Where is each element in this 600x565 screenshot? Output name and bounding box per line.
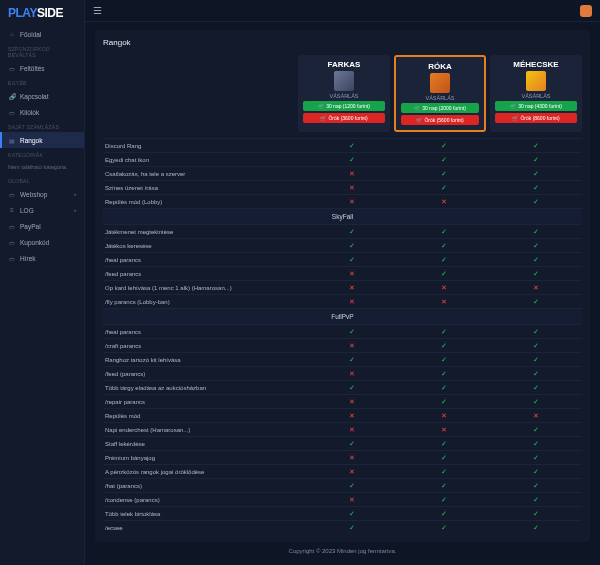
feature-label: /hat (parancs) bbox=[103, 480, 306, 492]
nav-log[interactable]: ≡LOG› bbox=[0, 202, 84, 218]
cross-icon: ✕ bbox=[441, 284, 447, 291]
feature-cell: ✓ bbox=[398, 170, 490, 178]
feature-label: /ecsee bbox=[103, 522, 306, 534]
cart-icon: 🛒 bbox=[512, 115, 518, 121]
feature-cell: ✓ bbox=[490, 184, 582, 192]
feature-cell: ✓ bbox=[490, 356, 582, 364]
feature-label: Játékos keresése bbox=[103, 240, 306, 252]
rank-image bbox=[334, 71, 354, 91]
feature-label: Csatlakozás, ha tele a szerver bbox=[103, 168, 306, 180]
feature-row: Több telek birtoklása✓✓✓ bbox=[103, 506, 582, 520]
paypal-icon: ▭ bbox=[8, 222, 16, 230]
cross-icon: ✕ bbox=[441, 412, 447, 419]
check-icon: ✓ bbox=[441, 328, 447, 335]
feature-cell: ✓ bbox=[490, 342, 582, 350]
feature-label: Több tárgy eladása az aukciósházban bbox=[103, 382, 306, 394]
feature-cell: ✓ bbox=[306, 384, 398, 392]
check-icon: ✓ bbox=[533, 356, 539, 363]
feature-cell: ✕ bbox=[306, 426, 398, 434]
feature-row: Több tárgy eladása az aukciósházban✓✓✓ bbox=[103, 380, 582, 394]
cross-icon: ✕ bbox=[533, 412, 539, 419]
feature-section: FullPvP bbox=[103, 308, 582, 324]
nav-paypal[interactable]: ▭PayPal bbox=[0, 218, 84, 234]
feature-cell: ✕ bbox=[398, 412, 490, 420]
feature-label: Ranghoz tartozó kit lehívása bbox=[103, 354, 306, 366]
cross-icon: ✕ bbox=[349, 298, 355, 305]
news-icon: ▭ bbox=[8, 254, 16, 262]
nav-home[interactable]: ⌂Főoldal bbox=[0, 26, 84, 42]
check-icon: ✓ bbox=[349, 356, 355, 363]
rank-sub: VÁSÁRLÁS bbox=[303, 93, 385, 99]
feature-cell: ✓ bbox=[490, 256, 582, 264]
feature-row: Discord Rang✓✓✓ bbox=[103, 138, 582, 152]
cross-icon: ✕ bbox=[349, 398, 355, 405]
nav-hirek[interactable]: ▭Hírek bbox=[0, 250, 84, 266]
nav-kapcsolat[interactable]: 🔗Kapcsolat bbox=[0, 88, 84, 104]
nav-section: SZPONZORKÓD BEVÁLTÁS bbox=[0, 42, 84, 60]
feature-cell: ✓ bbox=[490, 524, 582, 532]
check-icon: ✓ bbox=[533, 468, 539, 475]
rank-card-farkas: FARKASVÁSÁRLÁS🛒30 nap (1200 forint)🛒Örök… bbox=[298, 55, 390, 132]
feature-cell: ✓ bbox=[490, 328, 582, 336]
buy-30d-button[interactable]: 🛒30 nap (2000 forint) bbox=[401, 103, 479, 113]
rank-name: RÓKA bbox=[401, 62, 479, 71]
nav-feltoltes[interactable]: ▭Feltöltés bbox=[0, 60, 84, 76]
check-icon: ✓ bbox=[533, 510, 539, 517]
feature-cell: ✕ bbox=[398, 284, 490, 292]
feature-cell: ✓ bbox=[490, 242, 582, 250]
cross-icon: ✕ bbox=[533, 284, 539, 291]
feature-cell: ✓ bbox=[490, 426, 582, 434]
chevron-right-icon: › bbox=[74, 191, 76, 197]
feature-row: Ranghoz tartozó kit lehívása✓✓✓ bbox=[103, 352, 582, 366]
feature-cell: ✓ bbox=[398, 270, 490, 278]
hamburger-icon[interactable]: ☰ bbox=[93, 5, 102, 16]
nav-empty: Nem található kategória. bbox=[0, 160, 84, 174]
check-icon: ✓ bbox=[533, 454, 539, 461]
feature-label: /repair parancs bbox=[103, 396, 306, 408]
buy-forever-button[interactable]: 🛒Örök (3600 forint) bbox=[303, 113, 385, 123]
rank-card-roka: RÓKAVÁSÁRLÁS🛒30 nap (2000 forint)🛒Örök (… bbox=[394, 55, 486, 132]
feature-cell: ✓ bbox=[490, 496, 582, 504]
feature-cell: ✕ bbox=[490, 412, 582, 420]
page-title: Rangok bbox=[103, 38, 582, 47]
feature-label: /fly parancs (Lobby-ban) bbox=[103, 296, 306, 308]
chevron-right-icon: › bbox=[74, 207, 76, 213]
check-icon: ✓ bbox=[441, 496, 447, 503]
feature-cell: ✕ bbox=[490, 284, 582, 292]
feature-cell: ✓ bbox=[306, 156, 398, 164]
feature-row: /craft parancs✕✓✓ bbox=[103, 338, 582, 352]
cart-icon: 🛒 bbox=[320, 115, 326, 121]
feature-row: /repair parancs✕✓✓ bbox=[103, 394, 582, 408]
feature-label: Staff lekérdése bbox=[103, 438, 306, 450]
cross-icon: ✕ bbox=[349, 270, 355, 277]
nav-section: EGYÉB bbox=[0, 76, 84, 88]
feature-cell: ✕ bbox=[306, 370, 398, 378]
cart-icon: 🛒 bbox=[414, 105, 420, 111]
feature-label: /feed parancs bbox=[103, 268, 306, 280]
feature-cell: ✕ bbox=[306, 412, 398, 420]
buy-30d-button[interactable]: 🛒30 nap (4300 forint) bbox=[495, 101, 577, 111]
shop-icon: ▭ bbox=[8, 190, 16, 198]
check-icon: ✓ bbox=[349, 242, 355, 249]
nav-rangok[interactable]: ▤Rangok bbox=[0, 132, 84, 148]
check-icon: ✓ bbox=[349, 156, 355, 163]
check-icon: ✓ bbox=[349, 524, 355, 531]
feature-cell: ✓ bbox=[490, 298, 582, 306]
nav-webshop[interactable]: ▭Webshop› bbox=[0, 186, 84, 202]
feature-cell: ✓ bbox=[490, 156, 582, 164]
feature-cell: ✓ bbox=[398, 524, 490, 532]
feature-cell: ✕ bbox=[306, 342, 398, 350]
nav-kuponkod[interactable]: ▭Kuponkód bbox=[0, 234, 84, 250]
feature-cell: ✓ bbox=[398, 482, 490, 490]
buy-forever-button[interactable]: 🛒Örök (8600 forint) bbox=[495, 113, 577, 123]
feature-label: Napi enderchest (Hamarosan...) bbox=[103, 424, 306, 436]
feature-cell: ✓ bbox=[398, 156, 490, 164]
check-icon: ✓ bbox=[441, 270, 447, 277]
avatar[interactable] bbox=[580, 5, 592, 17]
buy-30d-button[interactable]: 🛒30 nap (1200 forint) bbox=[303, 101, 385, 111]
check-icon: ✓ bbox=[441, 342, 447, 349]
buy-forever-button[interactable]: 🛒Örök (5600 forint) bbox=[401, 115, 479, 125]
footer: Copyright © 2023 Minden jog fenntartva. bbox=[95, 542, 590, 556]
nav-kilolok[interactable]: ▭Kilólók bbox=[0, 104, 84, 120]
logo[interactable]: PLAYSIDE bbox=[0, 0, 84, 26]
